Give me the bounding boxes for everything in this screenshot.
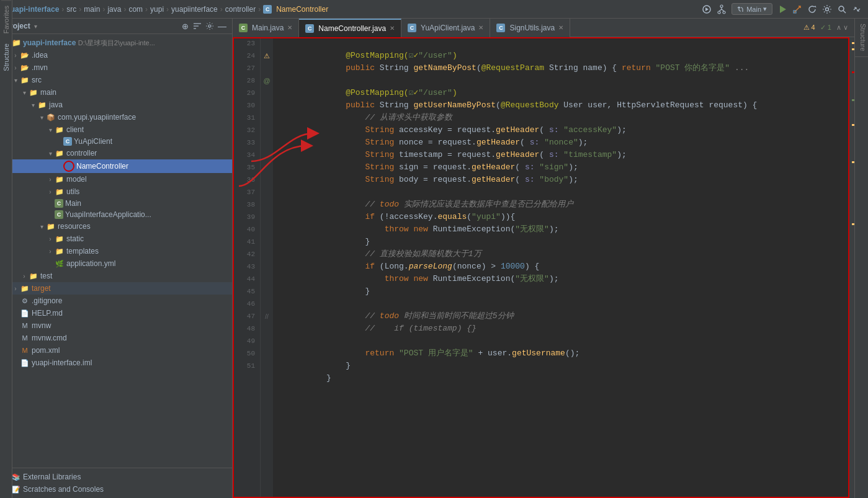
- tab-yuapiclient[interactable]: C YuApiClient.java ✕: [401, 19, 490, 37]
- minimize-icon[interactable]: —: [217, 21, 227, 31]
- tree-src[interactable]: ▾ 📁 src: [0, 74, 232, 86]
- right-tab-structure[interactable]: Structure: [855, 19, 868, 57]
- search-button[interactable]: [837, 4, 847, 14]
- left-tab-favorites[interactable]: Favorites: [1, 0, 11, 38]
- tree-yuapiclient[interactable]: C YuApiClient: [0, 136, 232, 147]
- sidebar-dropdown-icon[interactable]: ▾: [34, 23, 37, 30]
- tree-resources[interactable]: ▾ 📁 resources: [0, 220, 232, 233]
- tab-signutils[interactable]: C SignUtils.java ✕: [490, 19, 570, 37]
- gc-44: [261, 273, 273, 285]
- scroll-indicator: [848, 37, 854, 498]
- gc-29: [261, 87, 273, 99]
- client-arrow: ▾: [46, 127, 55, 133]
- tree-scratches[interactable]: › 📝 Scratches and Consoles: [0, 483, 232, 496]
- run-config-icon[interactable]: [702, 4, 712, 14]
- tree-gitignore[interactable]: ⚙ .gitignore: [0, 295, 232, 307]
- tree-package[interactable]: ▾ 📦 com.yupi.yuapiinterface: [0, 111, 232, 123]
- code-line-23: @PostMapping(☑✓"/user"): [278, 37, 848, 50]
- run-button[interactable]: [777, 4, 787, 14]
- sort-icon[interactable]: [192, 21, 202, 31]
- tree-target[interactable]: › 📁 target: [0, 282, 232, 295]
- gc-38: [261, 198, 273, 211]
- editor-tab-status: ⚠ 4 ✓ 1 ∧ ∨: [803, 24, 854, 32]
- tree-mvnw[interactable]: M mvnw: [0, 319, 232, 332]
- extlibs-label: External Libraries: [23, 473, 81, 481]
- main-folder-icon: 📁: [29, 87, 38, 97]
- line-numbers: 23 24 27 28 29 30 31 32 33 34 35 36 37 3…: [233, 37, 261, 498]
- tab-signutils-close[interactable]: ✕: [558, 24, 563, 31]
- model-label: model: [66, 175, 87, 184]
- path-yupi[interactable]: yupi: [150, 5, 164, 14]
- code-line-37: // todo 实际情况应该是去数据库中查是否已分配给用户: [278, 186, 848, 198]
- helpmd-icon: 📄: [20, 308, 30, 318]
- package-icon: 📦: [46, 112, 56, 122]
- tree-java[interactable]: ▾ 📁 java: [0, 99, 232, 111]
- config-gear-icon[interactable]: [205, 21, 215, 31]
- class-name[interactable]: NameController: [276, 5, 328, 14]
- update-button[interactable]: [807, 4, 817, 14]
- tree-namecontroller[interactable]: NameController: [0, 159, 232, 173]
- tree-pomxml[interactable]: M pom.xml: [0, 344, 232, 357]
- tab-namecontroller[interactable]: C NameController.java ✕: [299, 19, 401, 37]
- mvnw-label: mvnw: [32, 321, 51, 330]
- target-arrow: ›: [11, 285, 20, 292]
- tree-static[interactable]: › 📁 static: [0, 233, 232, 245]
- code-line-28: @PostMapping(☑✓"/user"): [278, 74, 848, 87]
- gc-43: [261, 260, 273, 273]
- maximize-button[interactable]: [852, 4, 862, 14]
- tree-application-yml[interactable]: 🌿 application.yml: [0, 257, 232, 270]
- tree-main-class[interactable]: C Main: [0, 198, 232, 209]
- tree-yuapiapp[interactable]: C YuapiInterfaceApplicatio...: [0, 209, 232, 220]
- tab-main[interactable]: C Main.java ✕: [233, 19, 299, 37]
- ln-29: 29: [233, 87, 255, 99]
- gc-27: [261, 62, 273, 74]
- tree-mvnwcmd[interactable]: M mvnw.cmd: [0, 332, 232, 344]
- tree-idea[interactable]: › 📂 .idea: [0, 49, 232, 61]
- tree-controller[interactable]: ▾ 📁 controller: [0, 147, 232, 159]
- gc-31: [261, 112, 273, 124]
- tree-client[interactable]: ▾ 📁 client: [0, 123, 232, 136]
- tab-yuapiclient-close[interactable]: ✕: [478, 24, 483, 31]
- tree-iml[interactable]: 📄 yuapi-interface.iml: [0, 357, 232, 369]
- utils-folder-icon: 📁: [55, 187, 65, 197]
- path-yuapiinterface[interactable]: yuapiinterface: [171, 5, 218, 14]
- main-branch-button[interactable]: Main ▾: [732, 3, 772, 15]
- path-java[interactable]: java: [107, 5, 121, 14]
- src-arrow: ▾: [11, 77, 20, 84]
- code-line-51: }: [278, 360, 848, 372]
- tree-utils[interactable]: › 📁 utils: [0, 185, 232, 198]
- path-src[interactable]: src: [66, 5, 76, 14]
- extlibs-icon: 📚: [11, 472, 21, 482]
- vcs-icon[interactable]: [717, 4, 727, 14]
- tab-main-close[interactable]: ✕: [287, 24, 292, 31]
- project-name[interactable]: yuapi-interface: [6, 5, 59, 14]
- tree-test[interactable]: › 📁 test: [0, 270, 232, 282]
- settings-button[interactable]: [822, 4, 832, 14]
- code-content[interactable]: @PostMapping(☑✓"/user") public String ge…: [273, 37, 848, 498]
- left-tab-structure[interactable]: Structure: [1, 38, 11, 76]
- svg-line-8: [843, 11, 846, 13]
- path-com[interactable]: com: [128, 5, 143, 14]
- gc-40: [261, 223, 273, 236]
- namecontroller-circle: [63, 161, 74, 172]
- build-button[interactable]: [792, 4, 802, 14]
- tree-model[interactable]: › 📁 model: [0, 173, 232, 185]
- tree-templates[interactable]: › 📁 templates: [0, 245, 232, 257]
- tree-helpmd[interactable]: 📄 HELP.md: [0, 307, 232, 319]
- svg-point-6: [826, 7, 829, 11]
- tree-main[interactable]: ▾ 📁 main: [0, 86, 232, 99]
- resources-arrow: ▾: [37, 223, 46, 230]
- test-folder-icon: 📁: [29, 271, 38, 281]
- tree-root[interactable]: ▾ 📁 yuapi-interface D:\星球项目2\yuapi-inte.…: [0, 37, 232, 49]
- tab-namecontroller-close[interactable]: ✕: [390, 25, 395, 32]
- tree-mvn[interactable]: › 📂 .mvn: [0, 61, 232, 74]
- svg-point-7: [839, 6, 844, 11]
- path-controller[interactable]: controller: [225, 5, 256, 14]
- target-folder-icon: 📁: [20, 283, 30, 293]
- path-main[interactable]: main: [84, 5, 100, 14]
- locate-icon[interactable]: ⊕: [180, 21, 190, 31]
- breadcrumb: yuapi-interface › src › main › java › co…: [6, 5, 328, 14]
- gc-37: [261, 186, 273, 198]
- tree-extlibs[interactable]: › 📚 External Libraries: [0, 471, 232, 483]
- gc-34: [261, 149, 273, 161]
